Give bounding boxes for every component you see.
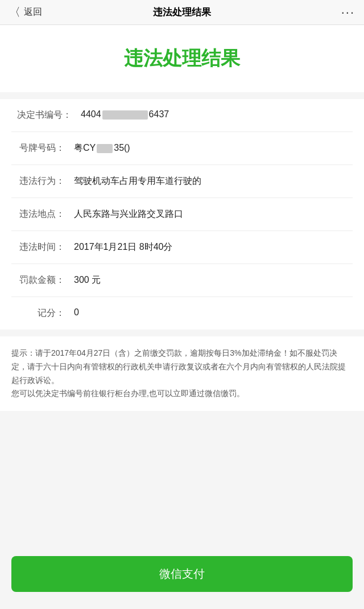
value-violation-location: 人民东路与兴业路交叉路口 <box>74 208 347 220</box>
value-violation-time: 2017年1月21日 8时40分 <box>74 241 347 253</box>
nav-title: 违法处理结果 <box>153 6 211 19</box>
value-points: 0 <box>74 307 347 318</box>
notice-text: 提示：请于2017年04月27日（含）之前缴交罚款，逾期按每日3%加处滞纳金！如… <box>11 348 346 398</box>
value-plate-number: 粤CY35() <box>74 142 347 154</box>
label-violation-location: 违法地点： <box>17 208 74 220</box>
info-card: 决定书编号： 44046437 号牌号码： 粤CY35() 违法行为： 驾驶机动… <box>0 99 364 330</box>
label-fine-amount: 罚款金额： <box>17 274 74 286</box>
back-button[interactable]: 〈 返回 <box>9 5 42 20</box>
back-arrow-icon: 〈 <box>9 5 20 20</box>
field-plate-number: 号牌号码： 粤CY35() <box>11 132 353 165</box>
header-area: 违法处理结果 <box>0 25 364 92</box>
nav-bar: 〈 返回 违法处理结果 ··· <box>0 0 364 25</box>
value-fine-amount: 300 元 <box>74 274 347 286</box>
more-icon[interactable]: ··· <box>341 5 355 20</box>
field-violation-type: 违法行为： 驾驶机动车占用专用车道行驶的 <box>11 165 353 198</box>
label-violation-type: 违法行为： <box>17 175 74 187</box>
label-violation-time: 违法时间： <box>17 241 74 253</box>
value-violation-type: 驾驶机动车占用专用车道行驶的 <box>74 175 347 187</box>
notice-area: 提示：请于2017年04月27日（含）之前缴交罚款，逾期按每日3%加处滞纳金！如… <box>0 336 364 411</box>
wechat-pay-button[interactable]: 微信支付 <box>11 556 353 592</box>
field-decision-number: 决定书编号： 44046437 <box>11 99 353 132</box>
label-plate-number: 号牌号码： <box>17 142 74 154</box>
field-violation-time: 违法时间： 2017年1月21日 8时40分 <box>11 231 353 264</box>
page-title: 违法处理结果 <box>11 46 353 72</box>
field-points: 记分： 0 <box>11 297 353 330</box>
label-points: 记分： <box>17 307 74 319</box>
back-label: 返回 <box>24 6 42 18</box>
value-decision-number: 44046437 <box>81 109 347 120</box>
bottom-area: 微信支付 <box>0 411 364 609</box>
field-violation-location: 违法地点： 人民东路与兴业路交叉路口 <box>11 198 353 231</box>
field-fine-amount: 罚款金额： 300 元 <box>11 264 353 297</box>
label-decision-number: 决定书编号： <box>17 109 81 121</box>
